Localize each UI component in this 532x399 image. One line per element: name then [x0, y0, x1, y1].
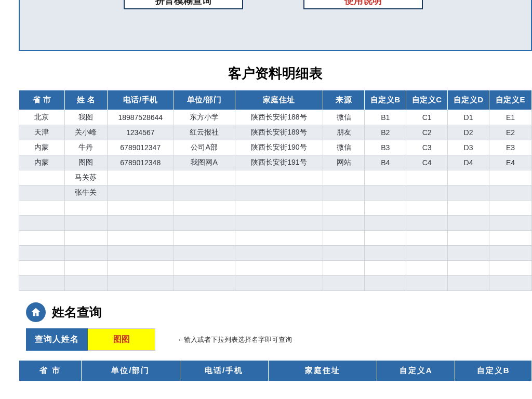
table-cell: [365, 261, 406, 276]
table-cell: [174, 170, 235, 185]
table-cell: B2: [365, 125, 406, 140]
query-hint-text: ←输入或者下拉列表选择名字即可查询: [177, 328, 292, 351]
table-cell: [64, 216, 107, 231]
col-custom-d: 自定义D: [448, 90, 489, 110]
table-cell: [235, 170, 323, 185]
pinyin-fuzzy-query-button[interactable]: 拼音模糊查询: [124, 0, 243, 9]
table-header-row: 省 市 姓 名 电话/手机 单位/部门 家庭住址 来源 自定义B 自定义C 自定…: [19, 90, 532, 110]
table-row: 天津关小峰1234567红云报社陕西长安街189号朋友B2C2D2E2: [19, 125, 532, 140]
table-cell: B1: [365, 110, 406, 125]
table-cell: [448, 231, 489, 246]
table-cell: 陕西长安街188号: [235, 110, 323, 125]
res-col-address: 家庭住址: [268, 361, 377, 381]
table-cell: [323, 185, 365, 201]
table-cell: [235, 276, 323, 291]
table-cell: [64, 231, 107, 246]
table-cell: [489, 170, 532, 185]
table-cell: 图图: [64, 155, 107, 170]
table-cell: [448, 216, 489, 231]
table-cell: D4: [448, 155, 489, 170]
res-col-phone: 电话/手机: [180, 361, 268, 381]
table-cell: [107, 276, 174, 291]
table-cell: 天津: [19, 125, 65, 140]
table-row: [19, 231, 532, 246]
table-cell: [448, 170, 489, 185]
customer-detail-table: 省 市 姓 名 电话/手机 单位/部门 家庭住址 来源 自定义B 自定义C 自定…: [19, 90, 532, 291]
table-row: 内蒙牛丹6789012347公司A部陕西长安街190号微信B3C3D3E3: [19, 140, 532, 155]
table-cell: [19, 231, 65, 246]
home-icon: [26, 302, 46, 322]
table-cell: [107, 216, 174, 231]
table-cell: [406, 276, 448, 291]
table-cell: B4: [365, 155, 406, 170]
col-province: 省 市: [19, 90, 65, 110]
table-row: [19, 246, 532, 261]
table-cell: 陕西长安街190号: [235, 140, 323, 155]
table-cell: [406, 170, 448, 185]
table-cell: [489, 261, 532, 276]
table-cell: [448, 261, 489, 276]
col-address: 家庭住址: [235, 90, 323, 110]
table-cell: E4: [489, 155, 532, 170]
table-cell: 微信: [323, 110, 365, 125]
table-cell: [365, 185, 406, 201]
table-cell: [406, 216, 448, 231]
table-cell: [489, 216, 532, 231]
table-cell: [19, 216, 65, 231]
table-cell: B3: [365, 140, 406, 155]
query-name-input[interactable]: 图图: [88, 328, 155, 351]
table-cell: 张牛关: [64, 185, 107, 201]
table-row: [19, 276, 532, 291]
table-cell: [448, 185, 489, 201]
page-title: 客户资料明细表: [19, 64, 532, 83]
table-row: [19, 216, 532, 231]
table-cell: [406, 231, 448, 246]
table-cell: [64, 201, 107, 216]
table-cell: [107, 170, 174, 185]
table-cell: [489, 185, 532, 201]
col-phone: 电话/手机: [107, 90, 174, 110]
table-cell: 陕西长安街189号: [235, 125, 323, 140]
table-cell: [174, 201, 235, 216]
table-cell: 北京: [19, 110, 65, 125]
table-cell: [19, 185, 65, 201]
table-cell: [107, 185, 174, 201]
table-cell: [323, 231, 365, 246]
table-cell: [174, 246, 235, 261]
table-cell: [174, 216, 235, 231]
table-cell: D3: [448, 140, 489, 155]
table-cell: 内蒙: [19, 140, 65, 155]
table-cell: [323, 216, 365, 231]
res-col-custom-a: 自定义A: [377, 361, 455, 381]
table-cell: 内蒙: [19, 155, 65, 170]
res-col-custom-b: 自定义B: [455, 361, 532, 381]
table-cell: [365, 246, 406, 261]
name-query-title: 姓名查询: [52, 304, 102, 321]
table-cell: 1234567: [107, 125, 174, 140]
table-cell: [323, 276, 365, 291]
table-cell: 陕西长安街191号: [235, 155, 323, 170]
table-cell: 东方小学: [174, 110, 235, 125]
table-cell: [489, 201, 532, 216]
table-cell: [174, 231, 235, 246]
table-cell: C2: [406, 125, 448, 140]
table-cell: [19, 261, 65, 276]
table-cell: 我图网A: [174, 155, 235, 170]
table-cell: [107, 201, 174, 216]
name-query-row: 查询人姓名 图图 ←输入或者下拉列表选择名字即可查询: [26, 328, 532, 351]
table-row: 张牛关: [19, 185, 532, 201]
table-cell: 马关苏: [64, 170, 107, 185]
col-custom-b: 自定义B: [365, 90, 406, 110]
table-cell: [448, 246, 489, 261]
instructions-button[interactable]: 使用说明: [303, 0, 423, 9]
table-cell: 18987528644: [107, 110, 174, 125]
name-query-section-head: 姓名查询: [26, 302, 532, 322]
query-name-label: 查询人姓名: [26, 328, 88, 351]
table-cell: 牛丹: [64, 140, 107, 155]
table-cell: E1: [489, 110, 532, 125]
table-row: 马关苏: [19, 170, 532, 185]
table-cell: [235, 185, 323, 201]
table-cell: [64, 276, 107, 291]
table-cell: [323, 170, 365, 185]
table-cell: 6789012347: [107, 140, 174, 155]
